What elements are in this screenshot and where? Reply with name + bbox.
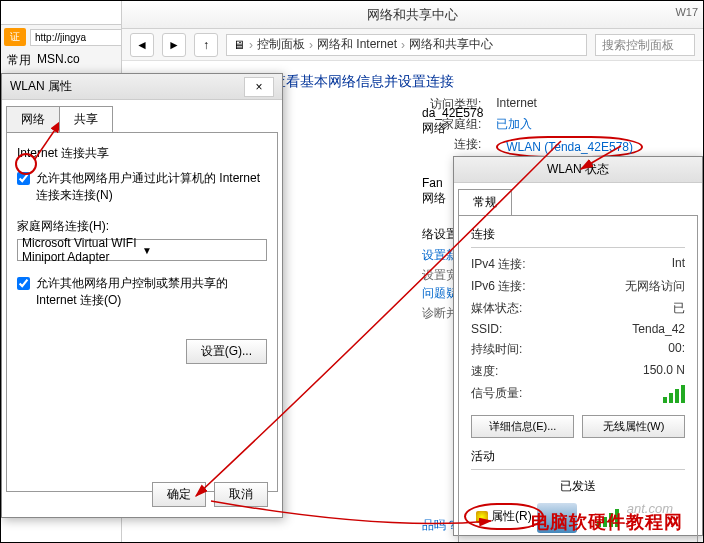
watermark: 电脑软硬件教程网 [531,510,683,534]
wlan-status-titlebar[interactable]: WLAN 状态 [454,157,702,183]
wlan-status-dialog: WLAN 状态 常规 连接 IPv4 连接:Int IPv6 连接:无网络访问 … [453,156,703,536]
bookmark-msn[interactable]: MSN.co [37,52,80,69]
breadcrumb-icon: 🖥 [233,38,245,52]
chevron-down-icon: ▼ [142,245,262,256]
nav-back-button[interactable]: ◄ [130,33,154,57]
allow-sharing-checkbox[interactable] [17,172,30,185]
details-button[interactable]: 详细信息(E)... [471,415,574,438]
tab-network[interactable]: 网络 [6,106,60,132]
bookmark-common[interactable]: 常用 [7,52,31,69]
allow-control-checkbox[interactable] [17,277,30,290]
bg-toolbar: ◄ ► ↑ 🖥 › 控制面板 › 网络和 Internet › 网络和共享中心 … [122,29,703,61]
browser-remnant: 证 http://jingya 常用 MSN.co [1,1,131,76]
shield-icon [476,511,488,523]
cert-badge: 证 [4,28,26,46]
wlan-status-title: WLAN 状态 [547,161,609,178]
wlan-properties-dialog: WLAN 属性 × 网络 共享 Internet 连接共享 允许其他网络用户通过… [1,73,283,518]
nav-up-button[interactable]: ↑ [194,33,218,57]
ics-group-label: Internet 连接共享 [17,145,267,162]
tab-sharing[interactable]: 共享 [59,106,113,132]
network-item-2: Fan 网络 [422,176,446,207]
close-button[interactable]: × [244,77,274,97]
tab-content: Internet 连接共享 允许其他网络用户通过此计算机的 Internet 连… [6,132,278,492]
bg-titlebar: 网络和共享中心 W17 [122,1,703,29]
cancel-button[interactable]: 取消 [214,482,268,507]
url-field[interactable]: http://jingya [30,29,127,46]
bg-title-right: W17 [675,6,698,18]
allow-sharing-label: 允许其他网络用户通过此计算机的 Internet 连接来连接(N) [36,170,267,204]
wlan-connection-link[interactable]: WLAN (Tenda_42E578) [496,136,643,158]
wireless-props-button[interactable]: 无线属性(W) [582,415,685,438]
status-content: 连接 IPv4 连接:Int IPv6 连接:无网络访问 媒体状态:已 SSID… [458,215,698,543]
ok-button[interactable]: 确定 [152,482,206,507]
adapter-dropdown[interactable]: Microsoft Virtual WIFI Miniport Adapter … [17,239,267,261]
tab-general[interactable]: 常规 [458,189,512,215]
home-network-label: 家庭网络连接(H): [17,218,267,235]
settings-button[interactable]: 设置(G)... [186,339,267,364]
access-type-value: Internet [496,96,537,113]
allow-control-label: 允许其他网络用户控制或禁用共享的 Internet 连接(O) [36,275,267,309]
nav-forward-button[interactable]: ► [162,33,186,57]
homegroup-link[interactable]: 已加入 [496,116,532,133]
wlan-props-titlebar[interactable]: WLAN 属性 × [2,74,282,100]
breadcrumb[interactable]: 🖥 › 控制面板 › 网络和 Internet › 网络和共享中心 [226,34,587,56]
search-input[interactable]: 搜索控制面板 [595,34,695,56]
connection-section-label: 连接 [471,226,685,243]
activity-label: 活动 [471,448,685,465]
adapter-value: Microsoft Virtual WIFI Miniport Adapter [22,236,142,264]
connection-label: 连接: [426,136,481,158]
sent-label: 已发送 [471,478,685,495]
signal-bars-icon [663,385,685,403]
wlan-props-title: WLAN 属性 [10,78,244,95]
browser-tab [1,1,130,25]
bg-title: 网络和共享中心 [367,6,458,24]
network-item-1: da_42E578 网络 [422,106,483,137]
